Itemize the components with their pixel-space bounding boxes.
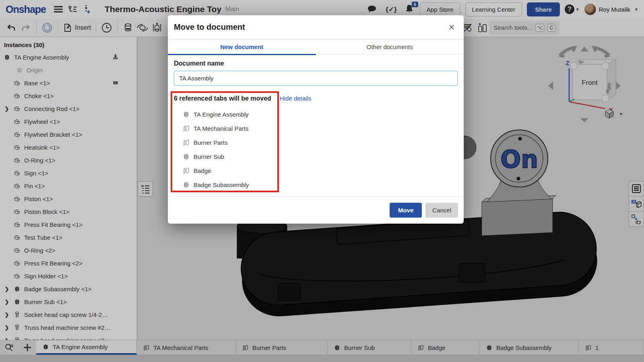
document-name-label: Document name [174, 60, 458, 67]
dialog-tabs: New document Other documents [168, 39, 464, 55]
move-button[interactable]: Move [390, 203, 422, 218]
dialog-title: Move to document [174, 23, 245, 32]
tab-other-documents[interactable]: Other documents [316, 39, 464, 54]
tab-new-document[interactable]: New document [168, 39, 316, 54]
close-icon[interactable]: ✕ [446, 23, 458, 32]
annotation-highlight-box [171, 91, 279, 192]
cancel-button[interactable]: Cancel [425, 203, 458, 218]
document-name-input[interactable] [174, 71, 458, 86]
hide-details-link[interactable]: Hide details [280, 95, 311, 102]
active-tab-underline [168, 54, 316, 55]
